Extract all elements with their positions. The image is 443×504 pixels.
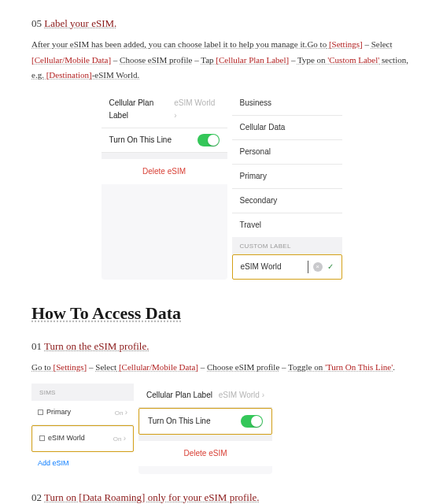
- label-option[interactable]: Business: [232, 91, 342, 116]
- label-option[interactable]: Secondary: [232, 189, 342, 213]
- esim-detail-card: Cellular Plan Label eSIM World › Turn On…: [138, 384, 272, 474]
- step-num: 01: [31, 340, 42, 352]
- on-label: On ›: [115, 406, 127, 419]
- on-label: On ›: [113, 432, 126, 445]
- label-options-list: Business Cellular Data Personal Primary …: [232, 91, 342, 237]
- custom-label-header: CUSTOM LABEL: [232, 237, 342, 254]
- step-05-heading: 05 Label your eSIM.: [31, 16, 412, 32]
- label-option[interactable]: Travel: [232, 213, 342, 237]
- delete-esim-button[interactable]: Delete eSIM: [138, 441, 272, 466]
- toggle-on-icon[interactable]: [198, 134, 220, 146]
- panel-05: Cellular Plan Label eSIM World › Turn On…: [31, 91, 412, 280]
- row-label: Cellular Plan Label: [109, 97, 175, 122]
- turn-on-line-highlight: Turn On This Line: [138, 408, 272, 435]
- step-01-instructions: Go to [Settings] – Select [Cellular/Mobi…: [31, 360, 412, 376]
- section-title: How To Access Data: [31, 299, 412, 327]
- sims-header: SIMs: [31, 384, 134, 401]
- checkmark-icon: ✓: [327, 261, 334, 273]
- custom-label-input[interactable]: eSIM World: [241, 261, 308, 273]
- turn-on-line-row[interactable]: Turn On This Line: [102, 128, 227, 153]
- step-title: Label your eSIM.: [44, 17, 116, 29]
- clear-icon[interactable]: ×: [313, 262, 323, 272]
- custom-label-input-row[interactable]: eSIM World × ✓: [232, 254, 342, 280]
- turn-on-line-row[interactable]: Turn On This Line: [140, 410, 271, 433]
- step-05-instructions: After your eSIM has been added, you can …: [31, 37, 412, 83]
- toggle-on-icon[interactable]: [241, 415, 263, 428]
- sims-card: SIMs Primary On › eSIM World On › Add eS…: [31, 384, 134, 474]
- label-option[interactable]: Cellular Data: [232, 116, 342, 140]
- label-picker-card: Business Cellular Data Personal Primary …: [232, 91, 342, 280]
- chevron-right-icon: ›: [174, 111, 176, 120]
- panel-01: SIMs Primary On › eSIM World On › Add eS…: [31, 384, 412, 474]
- label-option[interactable]: Primary: [232, 165, 342, 189]
- row-value: eSIM World ›: [174, 97, 219, 122]
- chevron-right-icon: ›: [262, 391, 264, 399]
- sim-icon: [38, 410, 43, 415]
- step-title: Turn on [Data Roaming] only for your eSI…: [44, 491, 260, 503]
- step-num: 05: [31, 17, 42, 29]
- sim-row-esim[interactable]: eSIM World On ›: [33, 427, 132, 450]
- delete-esim-button[interactable]: Delete eSIM: [102, 159, 227, 184]
- cellular-plan-label-row[interactable]: Cellular Plan Label eSIM World ›: [102, 91, 227, 128]
- add-esim-button[interactable]: Add eSIM: [31, 452, 134, 474]
- sim-icon: [39, 435, 45, 441]
- step-num: 02: [31, 491, 42, 503]
- sim-row-primary[interactable]: Primary On ›: [31, 401, 134, 425]
- step-01-heading: 01 Turn on the eSIM profile.: [31, 339, 412, 355]
- step-02-heading: 02 Turn on [Data Roaming] only for your …: [31, 490, 412, 504]
- row-label: Turn On This Line: [109, 134, 172, 146]
- label-option[interactable]: Personal: [232, 140, 342, 165]
- sim-row-esim-highlight: eSIM World On ›: [31, 425, 134, 452]
- step-title: Turn on the eSIM profile.: [44, 340, 150, 352]
- cellular-plan-label-row[interactable]: Cellular Plan Label eSIM World ›: [138, 384, 272, 408]
- cellular-plan-card: Cellular Plan Label eSIM World › Turn On…: [102, 91, 227, 280]
